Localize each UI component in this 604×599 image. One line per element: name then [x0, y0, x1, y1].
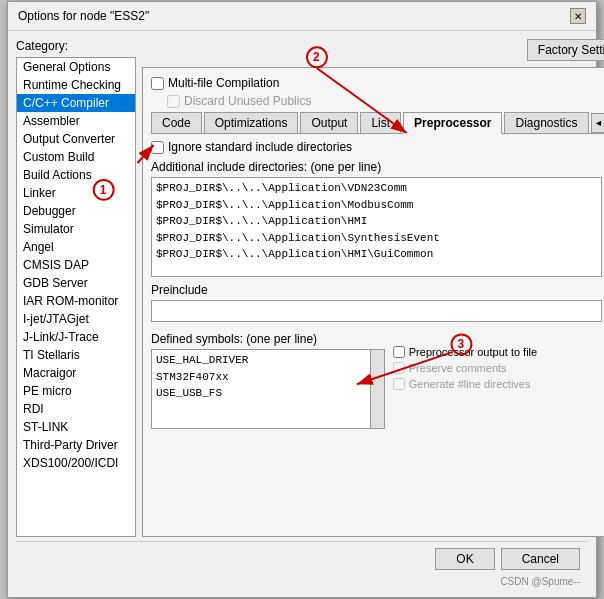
preserve-comments-checkbox[interactable] — [393, 362, 405, 374]
close-button[interactable]: ✕ — [570, 8, 586, 24]
include-entry: $PROJ_DIR$\..\..\Application\HMI\GuiComm… — [156, 246, 597, 263]
multi-file-compilation-checkbox[interactable] — [151, 77, 164, 90]
defined-symbols-label: Defined symbols: (one per line) — [151, 332, 385, 346]
tab-scroll-left-button[interactable]: ◄ — [591, 113, 604, 133]
cancel-button[interactable]: Cancel — [501, 548, 580, 570]
dialog-title: Options for node "ESS2" — [18, 9, 149, 23]
multi-file-compilation-label: Multi-file Compilation — [168, 76, 279, 90]
sidebar-item-jlink-jtrace[interactable]: J-Link/J-Trace — [17, 328, 135, 346]
tab-bar: CodeOptimizationsOutputListPreprocessorD… — [151, 112, 604, 134]
additional-include-textbox[interactable]: $PROJ_DIR$\..\..\Application\VDN23Comm$P… — [151, 177, 602, 277]
sidebar-item-cmsis-dap[interactable]: CMSIS DAP — [17, 256, 135, 274]
sidebar-item-simulator[interactable]: Simulator — [17, 220, 135, 238]
tab-preprocessor[interactable]: Preprocessor — [403, 112, 502, 134]
sidebar-item-runtime-checking[interactable]: Runtime Checking — [17, 76, 135, 94]
sidebar-item-rdi[interactable]: RDI — [17, 400, 135, 418]
preprocessor-output-checkbox[interactable] — [393, 346, 405, 358]
sidebar-item-general-options[interactable]: General Options — [17, 58, 135, 76]
sidebar-item-assembler[interactable]: Assembler — [17, 112, 135, 130]
sidebar-item-st-link[interactable]: ST-LINK — [17, 418, 135, 436]
defined-symbols-scrollbar[interactable] — [370, 350, 384, 428]
tab-code[interactable]: Code — [151, 112, 202, 133]
include-entry: $PROJ_DIR$\..\..\Application\SynthesisEv… — [156, 230, 597, 247]
ignore-std-dirs-checkbox[interactable] — [151, 141, 164, 154]
preinclude-label: Preinclude — [151, 283, 604, 297]
preinclude-textbox[interactable] — [151, 300, 602, 322]
sidebar-item-ijet-jtagjet[interactable]: I-jet/JTAGjet — [17, 310, 135, 328]
category-list: General OptionsRuntime CheckingC/C++ Com… — [16, 57, 136, 537]
factory-settings-button[interactable]: Factory Settings — [527, 39, 604, 61]
discard-unused-publics-label: Discard Unused Publics — [184, 94, 311, 108]
tab-optimizations[interactable]: Optimizations — [204, 112, 299, 133]
defined-symbol-entry: USE_HAL_DRIVER — [156, 352, 380, 369]
sidebar-item-macraigor[interactable]: Macraigor — [17, 364, 135, 382]
include-entry: $PROJ_DIR$\..\..\Application\VDN23Comm — [156, 180, 597, 197]
preserve-comments-label: Preserve comments — [409, 362, 507, 374]
tab-output[interactable]: Output — [300, 112, 358, 133]
sidebar-item-output-converter[interactable]: Output Converter — [17, 130, 135, 148]
sidebar-item-custom-build[interactable]: Custom Build — [17, 148, 135, 166]
ok-button[interactable]: OK — [435, 548, 494, 570]
include-entry: $PROJ_DIR$\..\..\Application\ModbusComm — [156, 197, 597, 214]
watermark: CSDN @Spume-- — [16, 574, 588, 589]
sidebar-item-pe-micro[interactable]: PE micro — [17, 382, 135, 400]
sidebar-item-third-party-driver[interactable]: Third-Party Driver — [17, 436, 135, 454]
include-entry: $PROJ_DIR$\..\..\Application\HMI — [156, 213, 597, 230]
sidebar-item-gdb-server[interactable]: GDB Server — [17, 274, 135, 292]
generate-hash-checkbox[interactable] — [393, 378, 405, 390]
defined-symbol-entry: USE_USB_FS — [156, 385, 380, 402]
defined-symbols-textbox[interactable]: USE_HAL_DRIVERSTM32F407xxUSE_USB_FS — [151, 349, 385, 429]
sidebar-item-build-actions[interactable]: Build Actions — [17, 166, 135, 184]
defined-symbol-entry: STM32F407xx — [156, 369, 380, 386]
preprocessor-output-label: Preprocessor output to file — [409, 346, 537, 358]
sidebar-item-linker[interactable]: Linker — [17, 184, 135, 202]
tab-list[interactable]: List — [360, 112, 401, 133]
category-label: Category: — [16, 39, 136, 53]
discard-unused-publics-checkbox[interactable] — [167, 95, 180, 108]
sidebar-item-debugger[interactable]: Debugger — [17, 202, 135, 220]
ignore-std-dirs-label: Ignore standard include directories — [168, 140, 352, 154]
additional-include-label: Additional include directories: (one per… — [151, 160, 604, 174]
sidebar-item-iar-rom-monitor[interactable]: IAR ROM-monitor — [17, 292, 135, 310]
sidebar-item-cpp-compiler[interactable]: C/C++ Compiler — [17, 94, 135, 112]
sidebar-item-ti-stellaris[interactable]: TI Stellaris — [17, 346, 135, 364]
sidebar-item-xds100[interactable]: XDS100/200/ICDI — [17, 454, 135, 472]
sidebar-item-angel[interactable]: Angel — [17, 238, 135, 256]
generate-hash-label: Generate #line directives — [409, 378, 531, 390]
tab-diagnostics[interactable]: Diagnostics — [504, 112, 588, 133]
